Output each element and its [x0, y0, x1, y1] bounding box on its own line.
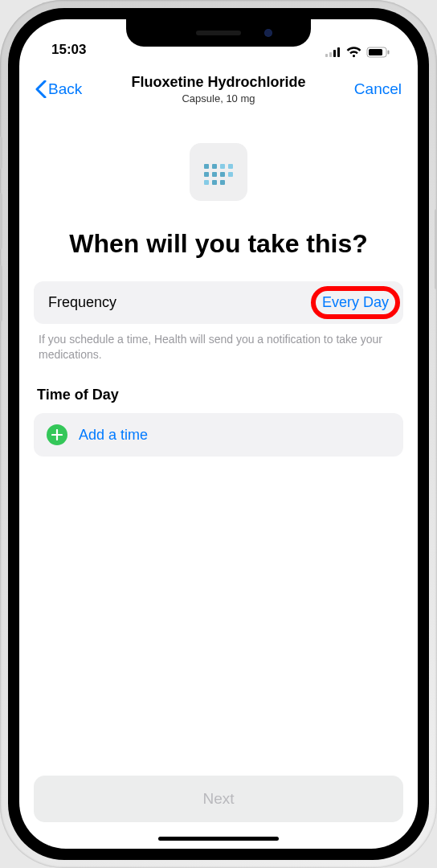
frequency-value[interactable]: Every Day — [322, 294, 389, 311]
next-button[interactable]: Next — [34, 776, 403, 822]
home-indicator[interactable] — [158, 837, 279, 841]
content-area: When will you take this? Frequency Every… — [19, 114, 418, 849]
svg-rect-3 — [337, 47, 340, 57]
svg-rect-2 — [333, 50, 336, 57]
nav-bar: Back Fluoxetine Hydrochloride Capsule, 1… — [19, 63, 418, 114]
calendar-icon — [190, 143, 247, 201]
prompt-heading: When will you take this? — [53, 228, 384, 259]
volume-up-button — [0, 193, 2, 249]
plus-icon — [47, 424, 67, 445]
add-time-button[interactable]: Add a time — [34, 413, 403, 457]
svg-rect-1 — [329, 52, 332, 57]
nav-title-block: Fluoxetine Hydrochloride Capsule, 10 mg — [108, 74, 329, 104]
back-button[interactable]: Back — [35, 80, 108, 98]
phone-frame: 15:03 Ba — [0, 0, 437, 868]
time-of-day-heading: Time of Day — [37, 387, 400, 403]
add-time-label: Add a time — [79, 427, 148, 444]
page-title: Fluoxetine Hydrochloride — [108, 74, 329, 91]
back-label: Back — [48, 80, 82, 98]
svg-rect-0 — [325, 54, 328, 57]
status-time: 15:03 — [51, 42, 86, 58]
volume-down-button — [0, 265, 2, 321]
cancel-button[interactable]: Cancel — [329, 80, 402, 98]
screen: 15:03 Ba — [19, 19, 418, 849]
chevron-left-icon — [35, 80, 47, 98]
silent-switch — [0, 137, 2, 169]
wifi-icon — [346, 47, 361, 58]
svg-rect-5 — [369, 49, 382, 55]
notch — [126, 19, 311, 47]
page-subtitle: Capsule, 10 mg — [108, 92, 329, 104]
helper-text: If you schedule a time, Health will send… — [34, 324, 403, 362]
battery-icon — [366, 47, 390, 58]
svg-rect-6 — [388, 51, 390, 55]
frequency-label: Frequency — [48, 294, 116, 311]
frequency-row[interactable]: Frequency Every Day — [34, 281, 403, 324]
cellular-icon — [325, 47, 341, 57]
